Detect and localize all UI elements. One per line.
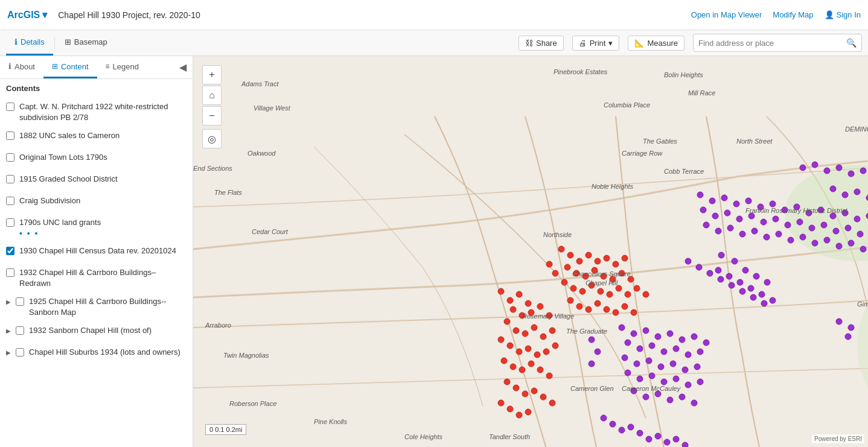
basemap-icon: ⊞ [65,37,71,46]
layer-dots-layer6[interactable]: • • • [19,229,39,238]
share-button[interactable]: ⛓ Share [519,36,564,51]
legend-label: Legend [113,62,139,71]
layer-item-layer5[interactable]: Craig Subdivision [0,192,193,214]
user-icon: 👤 [825,10,834,19]
print-button[interactable]: 🖨 Print ▾ [572,36,620,51]
arcgis-wordmark: ArcGIS [7,10,40,21]
layer-checkbox-layer6[interactable] [6,218,14,227]
measure-label: Measure [647,39,678,48]
panel-tab-about[interactable]: ℹ About [0,56,43,78]
layer-name-layer10: 1932 Sanborn Chapel Hill (most of) [29,326,152,335]
search-input[interactable] [698,39,846,48]
expand-arrow[interactable]: ▶ [6,299,11,305]
contents-heading: Contents [0,79,193,95]
about-icon: ℹ [8,62,11,71]
print-label: Print [590,39,606,48]
zoom-in-button[interactable]: + [202,65,222,84]
layer-item-layer3[interactable]: Original Town Lots 1790s [0,148,193,170]
scale-bar: 0 0.1 0.2mi [205,424,246,435]
details-label: Details [21,37,45,46]
layer-checkbox-layer7[interactable] [6,247,14,255]
layer-name-layer6: 1790s UNC land grants [19,218,101,227]
layer-name-layer4: 1915 Graded School District [19,174,118,183]
top-bar: ArcGIS ▾ Chapel Hill 1930 Project, rev. … [0,0,868,30]
map-background [193,56,868,447]
layer-item-layer1[interactable]: Capt. W. N. Pritchard 1922 white-restric… [0,98,193,127]
panel-tabs: ℹ About ⊞ Content ≡ Legend ◀ [0,56,193,79]
layer-item-layer8[interactable]: 1932 Chapel Hill & Carrboro Buildings–Re… [0,264,193,293]
panel-tab-legend[interactable]: ≡ Legend [97,56,147,78]
map-controls: + ⌂ − ◎ [202,65,222,148]
esri-badge: Powered by ESRI [812,434,864,443]
layer-item-layer11[interactable]: ▶Chapel Hill Suburbs 1934 (lots and owne… [0,343,193,365]
home-button[interactable]: ⌂ [202,86,222,105]
topbar-actions: Open in Map Viewer Modify Map 👤 Sign In [691,10,861,19]
expand-arrow[interactable]: ▶ [6,328,11,334]
tab-basemap[interactable]: ⊞ Basemap [56,30,116,55]
toolbar: ℹ Details ⊞ Basemap ⛓ Share 🖨 Print ▾ 📐 … [0,30,868,56]
layer-name-layer9: 1925 Chapel Hill & Carrboro Buildings--S… [29,297,167,317]
search-box[interactable]: 🔍 [693,34,862,52]
layer-checkbox-layer4[interactable] [6,175,14,183]
layer-name-layer5: Craig Subdivision [19,196,80,205]
details-icon: ℹ [14,37,18,46]
map-title: Chapel Hill 1930 Project, rev. 2020-10 [58,10,200,20]
measure-button[interactable]: 📐 Measure [628,36,685,51]
layer-name-layer3: Original Town Lots 1790s [19,153,107,162]
basemap-label: Basemap [74,37,107,46]
expand-arrow[interactable]: ▶ [6,349,11,356]
measure-icon: 📐 [634,39,644,48]
layer-checkbox-layer2[interactable] [6,132,14,140]
print-icon: 🖨 [579,39,587,48]
share-icon: ⛓ [525,39,533,48]
layer-item-layer4[interactable]: 1915 Graded School District [0,170,193,192]
open-map-viewer-link[interactable]: Open in Map Viewer [691,10,762,19]
layer-checkbox-layer10[interactable] [16,326,24,335]
left-panel: ℹ About ⊞ Content ≡ Legend ◀ Contents Ca… [0,56,193,447]
layer-name-layer1: Capt. W. N. Pritchard 1922 white-restric… [19,102,168,122]
tab-details[interactable]: ℹ Details [6,30,53,55]
layer-name-layer8: 1932 Chapel Hill & Carrboro Buildings–Re… [19,268,156,288]
layer-checkbox-layer3[interactable] [6,153,14,162]
map-area[interactable]: Mill RaceHillviewFranklin HillsHillcrest… [193,56,868,447]
toolbar-sep-1 [54,37,55,49]
layer-checkbox-layer5[interactable] [6,197,14,205]
layer-item-layer7[interactable]: 1930 Chapel Hill Census Data rev. 202010… [0,242,193,264]
about-label: About [14,62,35,71]
legend-icon: ≡ [106,62,110,71]
search-icon[interactable]: 🔍 [846,38,857,48]
content-icon: ⊞ [52,62,58,71]
layer-name-layer11: Chapel Hill Suburbs 1934 (lots and owner… [29,347,180,357]
share-label: Share [536,39,557,48]
arcgis-dropdown-arrow[interactable]: ▾ [42,9,47,21]
content-label: Content [61,62,89,71]
layer-name-layer7: 1930 Chapel Hill Census Data rev. 202010… [19,246,176,255]
layer-item-layer9[interactable]: ▶1925 Chapel Hill & Carrboro Buildings--… [0,293,193,322]
arcgis-logo[interactable]: ArcGIS ▾ [7,9,47,21]
modify-map-button[interactable]: Modify Map [773,10,813,19]
layer-list: Capt. W. N. Pritchard 1922 white-restric… [0,95,193,447]
layer-checkbox-layer11[interactable] [16,348,24,357]
toolbar-right: ⛓ Share 🖨 Print ▾ 📐 Measure 🔍 [519,34,862,52]
sign-in-button[interactable]: 👤 Sign In [825,10,861,19]
layer-name-layer2: 1882 UNC sales to Cameron [19,131,120,140]
layer-checkbox-layer8[interactable] [6,268,14,277]
sign-in-label: Sign In [837,10,861,19]
layer-item-layer10[interactable]: ▶1932 Sanborn Chapel Hill (most of) [0,322,193,343]
print-arrow: ▾ [608,39,613,48]
zoom-out-button[interactable]: − [202,106,222,125]
panel-tab-content[interactable]: ⊞ Content [43,56,97,78]
collapse-panel-button[interactable]: ◀ [176,56,190,78]
layer-checkbox-layer1[interactable] [6,103,14,111]
layer-checkbox-layer9[interactable] [16,297,24,306]
layer-item-layer6[interactable]: 1790s UNC land grants• • • [0,214,193,241]
layer-item-layer2[interactable]: 1882 UNC sales to Cameron [0,127,193,148]
main-layout: ℹ About ⊞ Content ≡ Legend ◀ Contents Ca… [0,56,868,447]
location-button[interactable]: ◎ [202,129,222,148]
